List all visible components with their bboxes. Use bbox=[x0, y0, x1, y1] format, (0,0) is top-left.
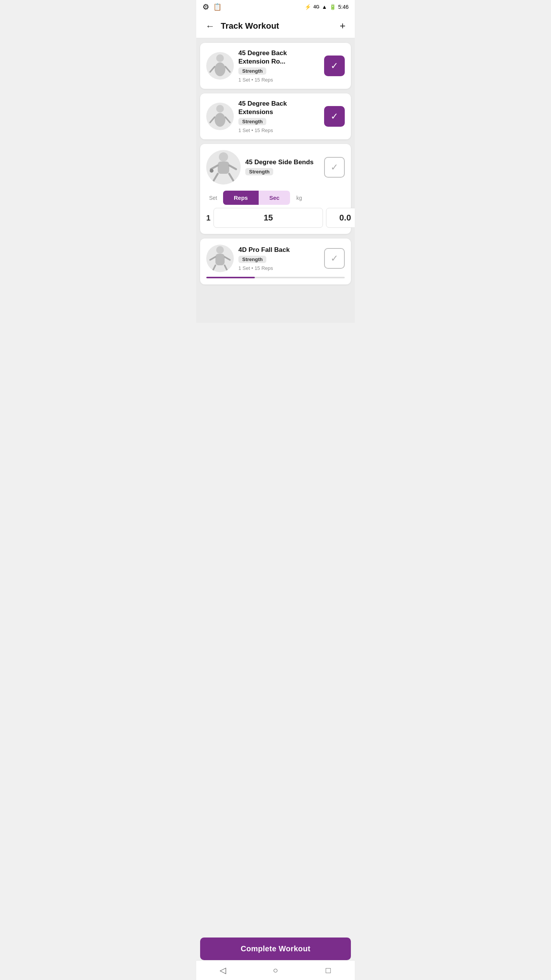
svg-line-2 bbox=[210, 67, 215, 72]
clipboard-icon bbox=[213, 3, 222, 11]
exercise-avatar-3 bbox=[206, 150, 241, 185]
exercise-category-2: Strength bbox=[238, 118, 266, 125]
svg-rect-16 bbox=[215, 254, 225, 265]
exercise-name-3: 45 Degree Side Bends bbox=[245, 158, 320, 167]
svg-line-18 bbox=[225, 265, 228, 271]
check-button-3[interactable]: ✓ bbox=[324, 157, 345, 178]
reps-toggle[interactable]: Reps bbox=[223, 191, 259, 205]
exercise-card-3: 45 Degree Side Bends Strength ✓ Set Reps… bbox=[200, 144, 351, 234]
status-bar-left bbox=[202, 2, 222, 11]
exercise-meta-2: 1 Set • 15 Reps bbox=[238, 127, 320, 133]
svg-rect-9 bbox=[218, 162, 229, 174]
reps-input[interactable] bbox=[214, 208, 323, 228]
exercise-name-4: 4D Pro Fall Back bbox=[238, 246, 320, 254]
tracker-header-3: Set Reps Sec kg bbox=[206, 191, 345, 205]
exercise-card-4: 4D Pro Fall Back Strength 1 Set • 15 Rep… bbox=[200, 238, 351, 284]
svg-line-3 bbox=[225, 67, 230, 72]
exercise-name-1: 45 Degree Back Extension Ro... bbox=[238, 49, 320, 66]
svg-line-12 bbox=[211, 165, 218, 169]
page-title: Track Workout bbox=[221, 21, 337, 31]
svg-point-4 bbox=[216, 105, 224, 113]
card-top-3: 45 Degree Side Bends Strength ✓ bbox=[206, 150, 345, 185]
svg-line-11 bbox=[229, 174, 234, 181]
card-info-2: 45 Degree Back Extensions Strength 1 Set… bbox=[238, 100, 320, 133]
status-bar-right: ⚡ 4G ▲ 🔋 5:46 bbox=[305, 4, 349, 10]
exercise-name-2: 45 Degree Back Extensions bbox=[238, 100, 320, 116]
toggle-group: Reps Sec bbox=[223, 191, 290, 205]
checkmark-icon-2: ✓ bbox=[331, 111, 338, 122]
exercise-avatar-1 bbox=[206, 52, 234, 80]
progress-indicator bbox=[206, 277, 345, 278]
tracker-row-data-3: 1 + bbox=[206, 208, 345, 228]
svg-line-17 bbox=[212, 265, 215, 271]
svg-line-20 bbox=[225, 257, 230, 260]
svg-point-0 bbox=[216, 54, 224, 62]
svg-line-7 bbox=[225, 117, 230, 122]
svg-point-8 bbox=[219, 152, 228, 162]
set-label: Set bbox=[206, 195, 220, 201]
exercise-figure-3 bbox=[206, 150, 241, 185]
time-label: 5:46 bbox=[338, 4, 349, 10]
card-top-1: 45 Degree Back Extension Ro... Strength … bbox=[206, 49, 345, 83]
checkmark-icon-3: ✓ bbox=[331, 162, 338, 173]
gear-icon bbox=[202, 2, 209, 11]
exercise-category-1: Strength bbox=[238, 67, 266, 75]
svg-line-13 bbox=[229, 165, 236, 169]
progress-fill bbox=[206, 277, 255, 278]
svg-line-19 bbox=[210, 257, 215, 260]
status-bar: ⚡ 4G ▲ 🔋 5:46 bbox=[196, 0, 355, 14]
exercise-figure-1 bbox=[206, 52, 234, 80]
checkmark-icon-1: ✓ bbox=[331, 60, 338, 71]
svg-point-1 bbox=[215, 62, 225, 76]
exercise-meta-4: 1 Set • 15 Reps bbox=[238, 265, 320, 271]
checkmark-icon-4: ✓ bbox=[331, 253, 338, 264]
kg-label: kg bbox=[296, 195, 302, 201]
bluetooth-icon: ⚡ bbox=[305, 4, 311, 10]
svg-line-6 bbox=[210, 117, 215, 122]
kg-input[interactable] bbox=[326, 208, 355, 228]
signal-label: 4G bbox=[313, 4, 320, 10]
back-button[interactable]: ← bbox=[202, 19, 218, 33]
svg-point-5 bbox=[215, 113, 225, 127]
svg-point-14 bbox=[210, 169, 214, 173]
card-info-3: 45 Degree Side Bends Strength bbox=[245, 158, 320, 177]
exercise-card-1: 45 Degree Back Extension Ro... Strength … bbox=[200, 43, 351, 89]
exercise-avatar-2 bbox=[206, 103, 234, 130]
check-button-1[interactable]: ✓ bbox=[324, 56, 345, 76]
exercise-meta-1: 1 Set • 15 Reps bbox=[238, 77, 320, 83]
svg-point-15 bbox=[216, 246, 224, 254]
check-button-2[interactable]: ✓ bbox=[324, 106, 345, 127]
battery-icon: 🔋 bbox=[329, 4, 336, 10]
exercise-avatar-4 bbox=[206, 245, 234, 272]
exercise-category-4: Strength bbox=[238, 256, 266, 263]
sec-toggle[interactable]: Sec bbox=[259, 191, 290, 205]
add-button[interactable]: + bbox=[337, 18, 349, 33]
card-top-4: 4D Pro Fall Back Strength 1 Set • 15 Rep… bbox=[206, 245, 345, 272]
check-button-4[interactable]: ✓ bbox=[324, 248, 345, 269]
signal-icon: ▲ bbox=[322, 4, 327, 10]
exercise-figure-4 bbox=[206, 245, 234, 272]
set-number-1: 1 bbox=[206, 214, 210, 222]
exercise-card-2: 45 Degree Back Extensions Strength 1 Set… bbox=[200, 93, 351, 139]
card-top-2: 45 Degree Back Extensions Strength 1 Set… bbox=[206, 100, 345, 133]
exercise-list: 45 Degree Back Extension Ro... Strength … bbox=[196, 38, 355, 323]
exercise-category-3: Strength bbox=[245, 168, 273, 175]
header: ← Track Workout + bbox=[196, 14, 355, 38]
svg-line-10 bbox=[213, 174, 218, 181]
card-info-4: 4D Pro Fall Back Strength 1 Set • 15 Rep… bbox=[238, 246, 320, 271]
card-info-1: 45 Degree Back Extension Ro... Strength … bbox=[238, 49, 320, 83]
exercise-figure-2 bbox=[206, 103, 234, 130]
